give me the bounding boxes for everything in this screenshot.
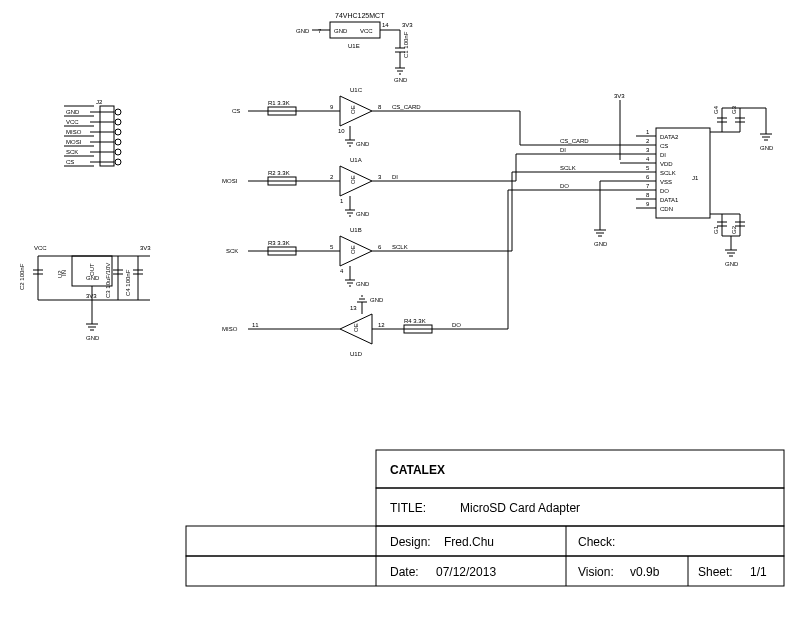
svg-text:CDN: CDN: [660, 206, 673, 212]
svg-text:U2: U2: [57, 270, 63, 278]
svg-text:6: 6: [378, 244, 382, 250]
svg-text:G3: G3: [731, 105, 737, 114]
routing-wires: [410, 111, 540, 329]
svg-text:C4 100nF: C4 100nF: [125, 269, 131, 296]
svg-text:OE: OE: [353, 323, 359, 332]
svg-text:OE: OE: [350, 105, 356, 114]
svg-text:2: 2: [646, 138, 650, 144]
svg-text:5: 5: [646, 165, 650, 171]
svg-text:GND: GND: [86, 275, 100, 281]
svg-text:Check:: Check:: [578, 535, 615, 549]
svg-text:Design:: Design:: [390, 535, 431, 549]
svg-text:GND: GND: [370, 297, 384, 303]
svg-point-85: [115, 109, 121, 115]
svg-text:1: 1: [646, 129, 650, 135]
buffer-u1b: U1B OE SCK R3 3.3K 5 6 SCLK 4 GND: [226, 227, 410, 287]
svg-text:GND: GND: [594, 241, 608, 247]
svg-text:SCLK: SCLK: [660, 170, 676, 176]
svg-point-93: [115, 149, 121, 155]
title-block: CATALEX TITLE: MicroSD Card Adapter Desi…: [186, 450, 784, 586]
svg-text:SCLK: SCLK: [560, 165, 576, 171]
svg-text:R4 3.3K: R4 3.3K: [404, 318, 426, 324]
svg-text:9: 9: [330, 104, 334, 110]
brand-label: CATALEX: [390, 463, 445, 477]
svg-text:U1D: U1D: [350, 351, 363, 357]
svg-text:DATA1: DATA1: [660, 197, 679, 203]
svg-text:G2: G2: [731, 225, 737, 234]
ic-power-block: 74VHC125MCT GND 7 GND VCC 14 3V3 U1E C1 …: [296, 12, 413, 83]
svg-point-87: [115, 119, 121, 125]
svg-text:VDD: VDD: [660, 161, 673, 167]
svg-marker-15: [340, 96, 372, 126]
svg-text:U1C: U1C: [350, 87, 363, 93]
svg-text:GND: GND: [356, 211, 370, 217]
svg-text:SCLK: SCLK: [392, 244, 408, 250]
svg-text:DO: DO: [452, 322, 461, 328]
svg-text:R2 3.3K: R2 3.3K: [268, 170, 290, 176]
schematic-diagram: 74VHC125MCT GND 7 GND VCC 14 3V3 U1E C1 …: [0, 0, 800, 618]
svg-text:1/1: 1/1: [750, 565, 767, 579]
svg-text:TITLE:: TITLE:: [390, 501, 426, 515]
svg-text:GND: GND: [394, 77, 408, 83]
svg-text:11: 11: [252, 322, 259, 328]
svg-text:10: 10: [338, 128, 345, 134]
svg-text:OE: OE: [350, 245, 356, 254]
svg-text:4: 4: [646, 156, 650, 162]
buffer-u1c: U1C OE CS R1 3.3K 9 8 CS_CARD 10 GND: [232, 87, 421, 147]
sd-socket-j1: J1 3V3 1DATA2 2CS 3DI 4VDD 5SCLK 6VSS 7D…: [540, 93, 774, 267]
svg-text:OE: OE: [350, 175, 356, 184]
svg-text:CS_CARD: CS_CARD: [392, 104, 421, 110]
svg-marker-32: [340, 166, 372, 196]
svg-point-95: [115, 159, 121, 165]
svg-text:DI: DI: [560, 147, 566, 153]
svg-text:6: 6: [646, 174, 650, 180]
svg-text:DO: DO: [560, 183, 569, 189]
svg-text:Sheet:: Sheet:: [698, 565, 733, 579]
svg-text:Date:: Date:: [390, 565, 419, 579]
svg-text:G4: G4: [713, 105, 719, 114]
svg-text:R3 3.3K: R3 3.3K: [268, 240, 290, 246]
svg-text:GND: GND: [760, 145, 774, 151]
svg-text:VSS: VSS: [660, 179, 672, 185]
svg-text:07/12/2013: 07/12/2013: [436, 565, 496, 579]
svg-text:C3 10uF/10V: C3 10uF/10V: [105, 263, 111, 298]
svg-text:1: 1: [340, 198, 344, 204]
svg-text:13: 13: [350, 305, 357, 311]
svg-text:U1B: U1B: [350, 227, 362, 233]
svg-text:J2: J2: [96, 99, 103, 105]
j2-pins: [90, 109, 121, 165]
u1e-ref: U1E: [348, 43, 360, 49]
svg-text:3: 3: [378, 174, 382, 180]
c1-label: C1 100nF: [403, 31, 409, 58]
svg-text:8: 8: [378, 104, 382, 110]
buffer-u1a: U1A OE MOSI R2 3.3K 2 3 DI 1 GND: [222, 157, 410, 217]
svg-text:GND: GND: [356, 141, 370, 147]
svg-text:C2 100nF: C2 100nF: [19, 263, 25, 290]
v33-label: 3V3: [402, 22, 413, 28]
regulator-block: VCC 3V3 IN OUT GND U2 3V3 C2 100nF C3 10…: [19, 245, 151, 341]
svg-text:5: 5: [330, 244, 334, 250]
svg-text:GND: GND: [334, 28, 348, 34]
svg-rect-83: [100, 106, 114, 166]
svg-text:CS: CS: [660, 143, 668, 149]
svg-text:CS: CS: [232, 108, 240, 114]
svg-text:MicroSD Card Adapter: MicroSD Card Adapter: [460, 501, 580, 515]
svg-text:GND: GND: [725, 261, 739, 267]
ic-partno: 74VHC125MCT: [335, 12, 385, 19]
svg-text:2: 2: [330, 174, 334, 180]
svg-text:DI: DI: [392, 174, 398, 180]
svg-text:7: 7: [646, 183, 650, 189]
svg-text:14: 14: [382, 22, 389, 28]
svg-text:Fred.Chu: Fred.Chu: [444, 535, 494, 549]
gnd-pin: 7: [318, 28, 322, 34]
svg-text:8: 8: [646, 192, 650, 198]
svg-text:J1: J1: [692, 175, 699, 181]
svg-text:3V3: 3V3: [614, 93, 625, 99]
svg-text:VCC: VCC: [360, 28, 373, 34]
svg-text:GND: GND: [86, 335, 100, 341]
svg-text:GND: GND: [66, 109, 80, 115]
svg-text:3V3: 3V3: [140, 245, 151, 251]
svg-text:R1 3.3K: R1 3.3K: [268, 100, 290, 106]
svg-text:GND: GND: [356, 281, 370, 287]
svg-text:DO: DO: [660, 188, 669, 194]
